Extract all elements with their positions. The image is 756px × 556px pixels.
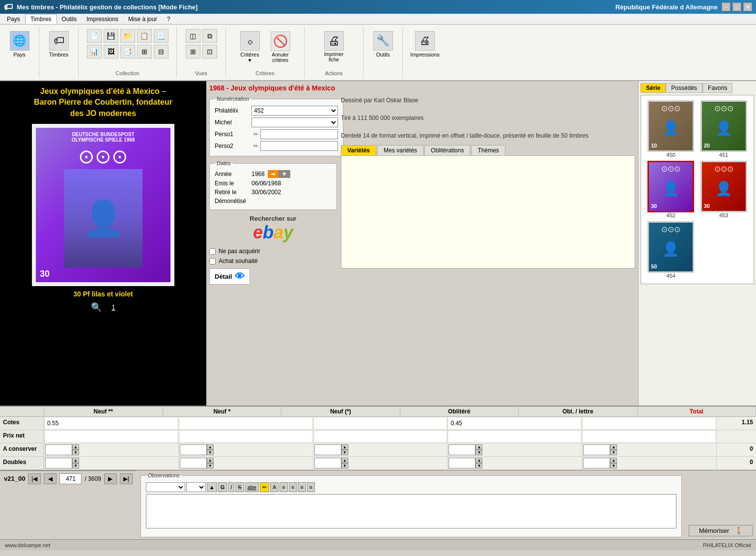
nav-first-button[interactable]: |◀ xyxy=(28,473,41,484)
obs-size-select[interactable] xyxy=(186,482,206,492)
perso2-input[interactable] xyxy=(260,141,338,151)
a-conserver-obl-lettre-down[interactable]: ▼ xyxy=(610,450,617,455)
page-input[interactable]: 471 xyxy=(59,473,82,484)
ne-pas-acquerir-checkbox[interactable] xyxy=(209,248,216,255)
toolbar-criteres-button[interactable]: ⬦ Critères ▼ xyxy=(237,29,263,65)
a-conserver-obl-up[interactable]: ▲ xyxy=(476,444,482,450)
toolbar-doc3-button[interactable]: 📊 xyxy=(87,45,102,59)
obs-italic-button[interactable]: I xyxy=(228,482,234,492)
a-conserver-neufp[interactable] xyxy=(314,444,341,455)
obs-justify-button[interactable]: ≡ xyxy=(307,482,315,492)
toolbar-list-button[interactable]: 📑 xyxy=(120,45,135,59)
obs-bold-button[interactable]: G xyxy=(218,482,227,492)
series-tab-favoris[interactable]: Favoris xyxy=(702,83,732,93)
series-tab-serie[interactable]: Série xyxy=(641,83,666,93)
toolbar-imprimer-fiche-button[interactable]: 🖨 Imprimer fiche xyxy=(321,29,347,65)
detail-button[interactable]: Détail 👁 xyxy=(209,268,250,285)
tab-varietes[interactable]: Variétés xyxy=(341,145,376,155)
prix-neuf2[interactable] xyxy=(45,431,177,442)
minimize-button[interactable]: ─ xyxy=(722,2,730,11)
nav-next-button[interactable]: ▶ xyxy=(104,473,117,484)
toolbar-grid2-button[interactable]: ⊟ xyxy=(154,45,168,59)
prix-neufp[interactable] xyxy=(314,431,447,442)
doubles-neufp-up[interactable]: ▲ xyxy=(341,458,348,463)
nav-prev-button[interactable]: ◀ xyxy=(44,473,56,484)
menu-impressions[interactable]: Impressions xyxy=(82,15,123,24)
doubles-neuf1-up[interactable]: ▲ xyxy=(207,458,214,463)
obs-align-right-button[interactable]: ≡ xyxy=(298,482,306,492)
obs-highlight-button[interactable]: ✏ xyxy=(260,482,269,492)
doubles-neuf2-up[interactable]: ▲ xyxy=(72,458,79,463)
doubles-obl-up[interactable]: ▲ xyxy=(476,458,482,463)
toolbar-vue2-button[interactable]: ⧉ xyxy=(202,29,217,43)
cotes-obl-lettre[interactable] xyxy=(583,418,715,429)
doubles-obl[interactable] xyxy=(448,458,476,468)
zoom-button[interactable]: 🔍 xyxy=(91,302,102,313)
toolbar-annuler-criteres-button[interactable]: 🚫 Annuler critères xyxy=(267,29,294,65)
toolbar-pays-button[interactable]: 🌐 Pays xyxy=(6,29,33,60)
toolbar-grid-button[interactable]: ⊞ xyxy=(137,45,152,59)
stamp-thumb-450[interactable]: ⊙⊙⊙ 👤 10 450 xyxy=(646,100,696,158)
a-conserver-obl-lettre-up[interactable]: ▲ xyxy=(610,444,617,450)
menu-help[interactable]: ? xyxy=(162,15,175,24)
philatelix-select[interactable]: 452 xyxy=(252,106,338,116)
obs-textarea[interactable] xyxy=(146,494,676,528)
perso1-input[interactable] xyxy=(260,129,338,139)
prix-neuf1[interactable] xyxy=(180,431,312,442)
a-conserver-neuf1-up[interactable]: ▲ xyxy=(207,444,214,450)
doubles-neuf1-down[interactable]: ▼ xyxy=(207,463,214,468)
menu-outils[interactable]: Outils xyxy=(57,15,82,24)
menu-mise-a-jour[interactable]: Mise à jour xyxy=(123,15,162,24)
close-button[interactable]: ✕ xyxy=(743,2,752,11)
tab-mes-varietes[interactable]: Mes variétés xyxy=(377,145,423,155)
tab-themes[interactable]: Thèmes xyxy=(471,145,505,155)
a-conserver-neuf1[interactable] xyxy=(180,444,207,455)
menu-pays[interactable]: Pays xyxy=(2,15,25,24)
stamp-thumb-454[interactable]: ⊙⊙⊙ 👤 50 454 xyxy=(646,221,696,279)
doubles-obl-lettre-down[interactable]: ▼ xyxy=(610,463,617,468)
prix-obl-lettre[interactable] xyxy=(583,431,715,442)
memoriser-button[interactable]: Mémoriser 🚶 xyxy=(689,525,753,536)
annee-arrow-button[interactable]: ➡ xyxy=(268,170,279,178)
cotes-neuf1[interactable] xyxy=(180,418,312,429)
achat-souhaite-checkbox[interactable] xyxy=(209,258,216,264)
doubles-neuf1[interactable] xyxy=(180,458,207,468)
michel-select[interactable] xyxy=(252,117,338,127)
nav-last-button[interactable]: ▶| xyxy=(120,473,133,484)
toolbar-outils-button[interactable]: 🔧 Outils xyxy=(370,29,396,60)
toolbar-doc2-button[interactable]: 📃 xyxy=(154,29,168,43)
doubles-obl-lettre[interactable] xyxy=(583,458,610,468)
doubles-neufp[interactable] xyxy=(314,458,341,468)
stamp-thumb-451[interactable]: ⊙⊙⊙ 👤 20 451 xyxy=(699,100,749,158)
toolbar-vue4-button[interactable]: ⊡ xyxy=(202,45,217,59)
ebay-logo[interactable]: ebay xyxy=(209,222,337,243)
toolbar-vue1-button[interactable]: ◫ xyxy=(186,29,200,43)
toolbar-new-button[interactable]: 📄 xyxy=(87,29,102,43)
tab-obliterations[interactable]: Oblitérations xyxy=(424,145,470,155)
stamp-thumb-452[interactable]: ⊙⊙⊙ 👤 30 452 xyxy=(646,161,696,218)
cotes-neufp[interactable] xyxy=(314,418,447,429)
a-conserver-neuf2[interactable] xyxy=(45,444,72,455)
restore-button[interactable]: □ xyxy=(732,2,741,11)
annee-dropdown-button[interactable]: ▼ xyxy=(279,170,290,178)
a-conserver-obl-lettre[interactable] xyxy=(583,444,610,455)
obs-strikethrough-button[interactable]: S xyxy=(235,482,244,492)
obs-font-select[interactable] xyxy=(146,482,185,492)
a-conserver-neufp-up[interactable]: ▲ xyxy=(341,444,348,450)
a-conserver-obl[interactable] xyxy=(448,444,476,455)
toolbar-folder-button[interactable]: 📁 xyxy=(120,29,135,43)
perso1-edit-button[interactable]: ✏ xyxy=(252,130,260,139)
toolbar-img-button[interactable]: 🖼 xyxy=(104,45,118,59)
obs-underline-button[interactable]: abe xyxy=(245,482,259,492)
perso2-edit-button[interactable]: ✏ xyxy=(252,142,260,150)
a-conserver-neuf1-down[interactable]: ▼ xyxy=(207,450,214,455)
cotes-oblitere[interactable] xyxy=(448,418,581,429)
toolbar-vue3-button[interactable]: ⊞ xyxy=(186,45,200,59)
doubles-neufp-down[interactable]: ▼ xyxy=(341,463,348,468)
stamp-thumb-453[interactable]: ⊙⊙⊙ 👤 30 453 xyxy=(699,161,749,218)
doubles-obl-lettre-up[interactable]: ▲ xyxy=(610,458,617,463)
obs-align-left-button[interactable]: ≡ xyxy=(280,482,287,492)
toolbar-impressions-button[interactable]: 🖨 Impressions xyxy=(407,29,443,60)
toolbar-doc1-button[interactable]: 📋 xyxy=(137,29,152,43)
doubles-obl-down[interactable]: ▼ xyxy=(476,463,482,468)
